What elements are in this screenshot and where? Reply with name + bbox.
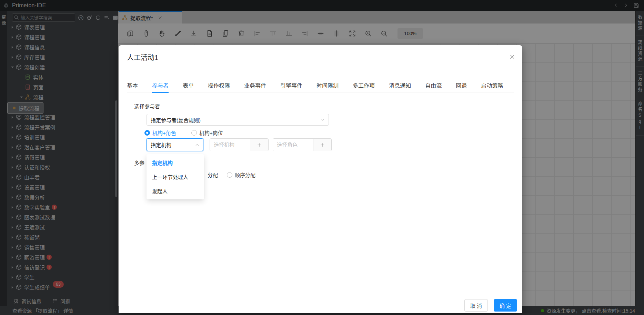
close-icon[interactable] (509, 54, 515, 60)
plus-icon (257, 142, 262, 147)
dropdown-option[interactable]: 上一环节处理人 (147, 170, 204, 184)
tab-free-flow[interactable]: 自由流 (425, 78, 442, 92)
tab-participants[interactable]: 参与者 (152, 78, 169, 92)
radio-org-post[interactable]: 机构+岗位 (191, 129, 223, 136)
dialog-tabs: 基本 参与者 表单 操作权限 业务事件 引擎事件 时间限制 多工作项 消息通知 … (127, 78, 514, 92)
chevron-down-icon (320, 117, 325, 122)
obscured-label: 多参 (134, 159, 144, 166)
dropdown-option-selected[interactable]: 指定机构 (147, 156, 204, 170)
plus-icon (320, 142, 325, 147)
org-picker-group (210, 138, 269, 151)
tab-engine-events[interactable]: 引擎事件 (280, 78, 302, 92)
chevron-up-icon (195, 142, 200, 147)
tab-start-strategy[interactable]: 启动策略 (481, 78, 503, 92)
role-picker-group (273, 138, 332, 151)
org-rule-dropdown: 指定机构 上一环节处理人 发起人 (147, 154, 204, 199)
tab-basic[interactable]: 基本 (127, 78, 138, 92)
org-picker-add-button[interactable] (250, 139, 268, 151)
cancel-button[interactable]: 取 消 (464, 299, 488, 312)
org-rule-select[interactable]: 指定机构 (147, 138, 203, 151)
tab-form[interactable]: 表单 (183, 78, 194, 92)
role-picker-add-button[interactable] (313, 139, 331, 151)
radio-unselected-icon (227, 172, 232, 178)
obscured-radio-label: 分配 (208, 171, 218, 178)
tab-business-events[interactable]: 业务事件 (244, 78, 266, 92)
activity-config-dialog: 人工活动1 基本 参与者 表单 操作权限 业务事件 引擎事件 时间限制 多工作项… (119, 45, 522, 313)
tab-message-notify[interactable]: 消息通知 (389, 78, 411, 92)
tab-rollback[interactable]: 回退 (456, 78, 467, 92)
role-picker-input[interactable] (273, 139, 313, 151)
dropdown-option[interactable]: 发起人 (147, 184, 204, 198)
radio-selected-icon (144, 130, 150, 136)
tab-operation-permission[interactable]: 操作权限 (208, 78, 230, 92)
confirm-button[interactable]: 确 定 (494, 299, 517, 312)
primeton-ide-window: Primeton-IDE 资源 课表管理 课程管理 (0, 0, 644, 315)
org-picker-input[interactable] (210, 139, 250, 151)
radio-sequential-assign[interactable]: 顺序分配 (227, 171, 255, 178)
tab-time-limit[interactable]: 时间限制 (316, 78, 339, 92)
dialog-title: 人工活动1 (127, 52, 158, 62)
tab-multi-workitem[interactable]: 多工作项 (353, 78, 375, 92)
participant-rule-select[interactable]: 指定参与者(复合规则) (147, 114, 329, 126)
radio-org-role[interactable]: 机构+角色 (144, 129, 176, 136)
radio-unselected-icon (191, 130, 197, 136)
section-label: 选择参与者 (134, 102, 160, 110)
